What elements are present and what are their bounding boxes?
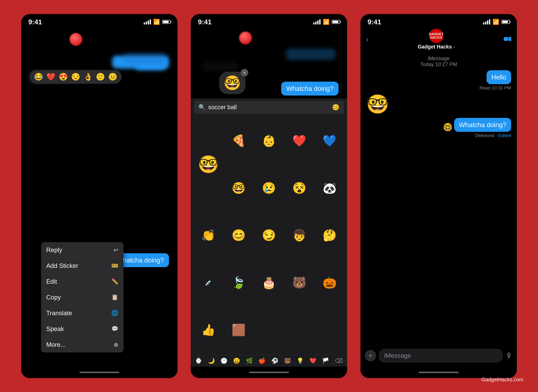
emoji-search-btn[interactable]: 😊 [332, 104, 339, 111]
screen2-main: 🤓 × Whatcha doing? 🔍 soccer ball [191, 27, 347, 367]
time-3: 9:41 [368, 18, 381, 26]
close-sticker-btn[interactable]: × [241, 69, 248, 76]
plus-button[interactable]: + [365, 350, 376, 361]
emoji-heart[interactable]: ❤️ [46, 73, 56, 81]
emoji-laugh[interactable]: 😂 [34, 73, 43, 81]
emoji-slight[interactable]: 🙂 [96, 73, 105, 81]
menu-item-translate[interactable]: Translate 🌐 [41, 305, 124, 321]
avatar-logo: GADGETHACKS [429, 33, 444, 39]
sticker-heart-blue[interactable]: 💙 [315, 118, 344, 164]
cat-symbols[interactable]: ❤️ [309, 357, 316, 364]
sticker-misc[interactable]: 🟫 [224, 307, 253, 353]
chat-header: ‹ GADGETHACKS Gadget Hacks › [361, 27, 517, 53]
bubble-text-2: Whatcha doing? [286, 85, 334, 92]
sticker-dizzy[interactable]: 😵 [285, 165, 314, 211]
cat-food[interactable]: 🍎 [259, 357, 266, 364]
menu-label-add-sticker: Add Sticker [46, 262, 78, 269]
floating-bubble: 🤓 × [219, 72, 246, 94]
menu-item-edit[interactable]: Edit ✏️ [41, 274, 124, 289]
cat-nature[interactable]: 🌿 [246, 357, 253, 364]
sticker-thumbsup[interactable]: 👍 [194, 307, 223, 353]
emoji-smirk[interactable]: 😒 [71, 73, 80, 81]
search-value[interactable]: soccer ball [208, 104, 237, 111]
cat-objects[interactable]: 💡 [297, 357, 304, 364]
home-bar-2 [249, 372, 289, 373]
back-button[interactable]: ‹ [366, 35, 369, 44]
sticker-nerd2[interactable]: 🤓 [224, 165, 253, 211]
sticker-leaf[interactable]: 🍃 [224, 260, 253, 306]
emoji-ok[interactable]: 👌 [83, 73, 93, 81]
sticker-cry[interactable]: 😢 [254, 165, 284, 211]
edit-icon: ✏️ [111, 278, 118, 285]
message-bubble-2: Whatcha doing? [281, 82, 339, 96]
service-label: iMessage Today 10:27 PM [366, 56, 511, 67]
sticker-pizza[interactable]: 🍕 [224, 118, 253, 164]
menu-item-speak[interactable]: Speak 💬 [41, 321, 124, 337]
sticker-cake[interactable]: 🎂 [254, 260, 284, 306]
menu-item-copy[interactable]: Copy 📋 [41, 289, 124, 305]
cat-recent[interactable]: ⌚ [195, 357, 202, 364]
status-bar-2: 9:41 📶 [191, 14, 347, 27]
sticker-baby[interactable]: 👶 [254, 118, 284, 164]
bubble-hello: Hello [487, 70, 511, 84]
sticker-bear2[interactable]: 🐻 [285, 260, 314, 306]
emoji-reaction-bar: 😂 ❤️ 😍 😒 👌 🙂 😐 [30, 70, 122, 84]
sticker-bear[interactable]: 🐼 [315, 165, 344, 211]
status-bar-1: 9:41 📶 [21, 14, 177, 27]
wifi-icon-2: 📶 [323, 19, 329, 25]
translate-icon: 🌐 [111, 310, 118, 316]
sticker-large-1[interactable]: 🤓 [194, 118, 223, 211]
emoji-love[interactable]: 😍 [59, 73, 68, 81]
sticker-search-container: 🔍 soccer ball 😊 [194, 101, 344, 114]
signal-icon-1 [144, 19, 151, 24]
contact-name[interactable]: Gadget Hacks › [417, 44, 455, 50]
signal-icon-2 [313, 19, 320, 24]
outer-frame: 9:41 📶 😂 ❤️ 😍 [6, 7, 532, 385]
edited-label: Edited [498, 133, 511, 138]
home-indicator-1 [21, 367, 177, 378]
phone-3: 9:41 📶 ‹ GADGETHACKS Gadget Hacks [361, 14, 517, 378]
video-call-button[interactable] [504, 35, 511, 43]
cat-smiley[interactable]: 😀 [233, 357, 240, 364]
bubble-sticker-emoji: 🤓 [223, 75, 241, 91]
sticker-icon: 🎫 [111, 262, 118, 269]
menu-label-edit: Edit [46, 278, 57, 285]
svg-rect-0 [504, 37, 508, 41]
input-placeholder: iMessage [384, 352, 411, 359]
menu-item-add-sticker[interactable]: Add Sticker 🎫 [41, 258, 124, 274]
cat-travel[interactable]: 🐻 [284, 357, 291, 364]
menu-label-copy: Copy [46, 294, 61, 301]
menu-item-reply[interactable]: Reply ↩ [41, 242, 124, 258]
screen1-content: 😂 ❤️ 😍 😒 👌 🙂 😐 Whatcha doing? Reply ↩ [21, 27, 177, 367]
msg-status-hello: Read 10:31 PM [479, 85, 511, 91]
close-icon: × [243, 70, 246, 75]
menu-label-reply: Reply [46, 246, 62, 253]
cat-time[interactable]: 🕐 [220, 357, 227, 364]
cat-clock[interactable]: 🌙 [208, 357, 215, 364]
mic-button[interactable]: 🎙 [506, 351, 513, 360]
cat-activity[interactable]: ⚽ [271, 357, 278, 364]
cat-delete[interactable]: ⌫ [335, 357, 343, 364]
status-icons-3: 📶 [483, 19, 510, 25]
reply-icon: ↩ [114, 247, 118, 253]
sticker-pumpkin[interactable]: 🎃 [315, 260, 344, 306]
chat-messages: iMessage Today 10:27 PM Hello Read 10:31… [361, 53, 517, 346]
menu-item-more[interactable]: More... ⊕ [41, 337, 124, 352]
copy-icon: 📋 [111, 294, 118, 301]
menu-label-speak: Speak [46, 325, 64, 332]
sticker-wink[interactable]: 😏 [254, 212, 284, 259]
chevron-right-icon: › [453, 44, 455, 50]
sticker-child[interactable]: 👦 [285, 212, 314, 259]
emoji-neutral[interactable]: 😐 [108, 73, 117, 81]
sticker-syringe[interactable]: 💉 [194, 260, 223, 306]
sticker-heart-red[interactable]: ❤️ [285, 118, 314, 164]
cat-flags[interactable]: 🏳️ [322, 357, 329, 364]
message-input[interactable]: iMessage [379, 349, 503, 362]
chat-area-bg: 🤓 × Whatcha doing? [191, 27, 347, 98]
contact-avatar: GADGETHACKS [429, 29, 443, 43]
sticker-smile[interactable]: 😊 [224, 212, 253, 259]
sticker-clap[interactable]: 👏 [194, 212, 223, 259]
sticker-thinking[interactable]: 🤔 [315, 212, 344, 259]
time-2: 9:41 [198, 18, 212, 26]
msg-status-whatcha: Delivered · Edited [475, 133, 511, 138]
